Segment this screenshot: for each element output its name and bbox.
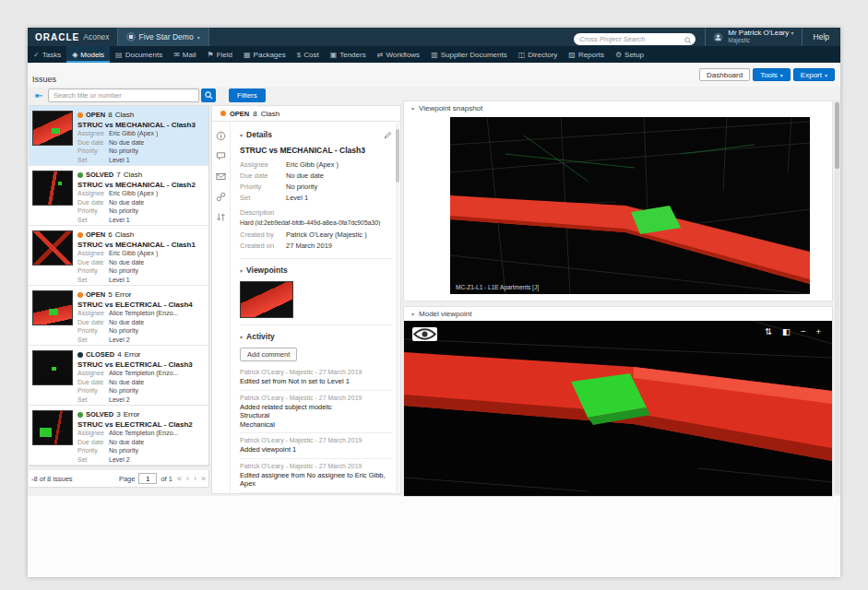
- page-label: Page: [119, 475, 136, 483]
- cross-project-search-input[interactable]: [574, 33, 696, 45]
- chevron-down-icon: ▾: [240, 267, 243, 274]
- tools-button[interactable]: Tools▾: [753, 68, 791, 81]
- pan-icon[interactable]: ⇅: [765, 326, 772, 336]
- chevron-down-icon: ▾: [240, 334, 243, 340]
- model-viewpoint-canvas[interactable]: ▸ ⇅ ◧ − +: [404, 321, 832, 496]
- visibility-toolbar-button[interactable]: ▸: [412, 327, 437, 341]
- nav-tab[interactable]: ◫ Directory: [513, 46, 564, 63]
- issue-number: 6: [108, 230, 112, 239]
- activity-author: Patrick O'Leary - Majestic - 27 March 20…: [240, 395, 392, 401]
- link-icon[interactable]: [216, 192, 226, 202]
- comment-icon[interactable]: [216, 151, 226, 161]
- zoom-in-icon[interactable]: +: [815, 326, 821, 336]
- user-menu[interactable]: Mr Patrick O'Leary ▾ Majestic: [705, 28, 801, 46]
- eye-icon: [412, 327, 437, 341]
- issue-type: Clash: [115, 230, 134, 239]
- add-comment-button[interactable]: Add comment: [240, 348, 297, 361]
- field-label: Due date: [77, 318, 109, 327]
- nav-tab[interactable]: ▦ Packages: [238, 46, 291, 63]
- field-value: No priority: [109, 206, 138, 216]
- issue-thumbnail: [32, 171, 73, 206]
- detail-scrollbar[interactable]: [396, 123, 399, 492]
- edit-pencil-icon[interactable]: [384, 131, 392, 139]
- nav-tab[interactable]: ⚑ Field: [202, 46, 239, 63]
- filters-button[interactable]: Filters: [229, 88, 266, 102]
- nav-tab[interactable]: ✓ Tasks: [28, 46, 66, 63]
- prev-page-icon[interactable]: ‹: [186, 474, 189, 483]
- project-selector[interactable]: Five Star Demo ▾: [117, 28, 209, 46]
- field-label: Due date: [77, 198, 109, 207]
- page-number-input[interactable]: [138, 473, 157, 484]
- issue-list-item[interactable]: OPEN 6 Clash STRUC vs MECHANICAL - Clash…: [29, 226, 208, 286]
- nav-tab[interactable]: ⇄ Workflows: [372, 46, 425, 63]
- issue-list-item[interactable]: OPEN 8 Clash STRUC vs MECHANICAL - Clash…: [29, 106, 208, 166]
- field-value: No due date: [109, 318, 144, 327]
- status-dot: [77, 412, 83, 418]
- viewpoint-snapshot-image[interactable]: MC-Z1-L1 - L1E Apartments [J]: [450, 117, 810, 294]
- nav-tab[interactable]: ⚙ Setup: [610, 46, 649, 63]
- issue-thumbnail: [32, 290, 73, 325]
- issue-list-item[interactable]: OPEN 5 Error STRUC vs ELECTRICAL - Clash…: [29, 286, 208, 346]
- viewpoint-thumbnail[interactable]: [240, 281, 293, 318]
- mail-icon[interactable]: [216, 171, 226, 182]
- viewpoint-area: ▾ Viewpoint snapshot: [403, 100, 833, 502]
- help-link[interactable]: Help: [802, 28, 840, 46]
- issue-list-item[interactable]: SOLVED 3 Error STRUC vs ELECTRICAL - Cla…: [29, 406, 208, 466]
- model-caption: MC-Z1-L1 - L1E Apartments [J]: [456, 284, 539, 290]
- nav-tab[interactable]: ▣ Tenders: [325, 46, 372, 63]
- zoom-out-icon[interactable]: −: [801, 326, 806, 336]
- sync-arrows-icon[interactable]: [216, 212, 226, 222]
- activity-entry: Patrick O'Leary - Majestic - 27 March 20…: [240, 365, 392, 391]
- nav-tab[interactable]: ▨ Reports: [563, 46, 610, 63]
- collapse-panel-button[interactable]: ⇤: [32, 88, 46, 102]
- model-viewpoint-header[interactable]: ▾ Model viewpoint: [404, 307, 832, 321]
- export-button[interactable]: Export▾: [793, 68, 835, 81]
- viewpoints-section-header[interactable]: ▾ Viewpoints: [240, 266, 392, 275]
- detail-header: OPEN 8 Clash: [212, 106, 400, 122]
- last-page-icon[interactable]: »: [201, 474, 206, 483]
- issue-number: 8: [108, 111, 112, 119]
- nav-tab[interactable]: ◈ Models: [66, 46, 110, 63]
- dashboard-button[interactable]: Dashboard: [699, 68, 750, 81]
- nav-tab[interactable]: ▤ Documents: [110, 46, 168, 63]
- nav-tab-icon: ◈: [72, 51, 77, 59]
- first-page-icon[interactable]: «: [177, 474, 182, 483]
- model-viewpoint-section: ▾ Model viewpoint: [403, 306, 833, 497]
- nav-tab[interactable]: ▥ Supplier Documents: [425, 46, 513, 63]
- avatar: [713, 32, 723, 42]
- viewpoint-snapshot-section: ▾ Viewpoint snapshot: [403, 100, 833, 301]
- status-dot: [77, 172, 83, 178]
- issue-search-button[interactable]: [201, 88, 216, 102]
- issue-type: Clash: [124, 171, 142, 179]
- viewpoint-snapshot-header[interactable]: ▾ Viewpoint snapshot: [404, 101, 832, 115]
- field-label: Priority: [77, 326, 109, 336]
- issue-list-item[interactable]: CLOSED 4 Error STRUC vs ELECTRICAL - Cla…: [29, 346, 208, 406]
- nav-tab-icon: ▥: [431, 51, 438, 59]
- issue-search-input[interactable]: [48, 88, 199, 102]
- issue-title: STRUC vs MECHANICAL - Clash1: [77, 241, 206, 249]
- issue-type: Clash: [115, 111, 134, 119]
- chevron-down-icon: ▾: [825, 72, 827, 78]
- info-icon[interactable]: [216, 131, 226, 141]
- status-dot: [77, 292, 83, 298]
- chevron-down-icon: ▾: [240, 132, 243, 138]
- chevron-down-icon: ▾: [411, 105, 414, 112]
- details-section-header[interactable]: ▾ Details: [240, 130, 392, 139]
- description-label: Description: [240, 208, 392, 217]
- field-value: No due date: [286, 171, 324, 182]
- issue-status: OPEN: [86, 290, 105, 299]
- issue-status: SOLVED: [86, 171, 113, 179]
- issue-list-item[interactable]: SOLVED 7 Clash STRUC vs MECHANICAL - Cla…: [29, 166, 208, 226]
- nav-tab[interactable]: ✉ Mail: [168, 46, 201, 63]
- section-box-icon[interactable]: ◧: [782, 326, 791, 336]
- nav-tab-label: Directory: [528, 51, 557, 59]
- sub-header: Issues Dashboard Tools▾ Export▾: [28, 63, 840, 87]
- nav-tab-label: Documents: [125, 51, 162, 59]
- page-scrollbar[interactable]: [835, 100, 839, 494]
- activity-section-header[interactable]: ▾ Activity: [240, 332, 392, 341]
- activity-entry: Patrick O'Leary - Majestic - 27 March 20…: [240, 459, 392, 493]
- next-page-icon[interactable]: ›: [194, 474, 196, 483]
- field-label: Assignee: [77, 249, 109, 258]
- nav-tab[interactable]: $ Cost: [291, 46, 325, 63]
- field-value: Alice Templeton (Enzo...: [109, 309, 178, 318]
